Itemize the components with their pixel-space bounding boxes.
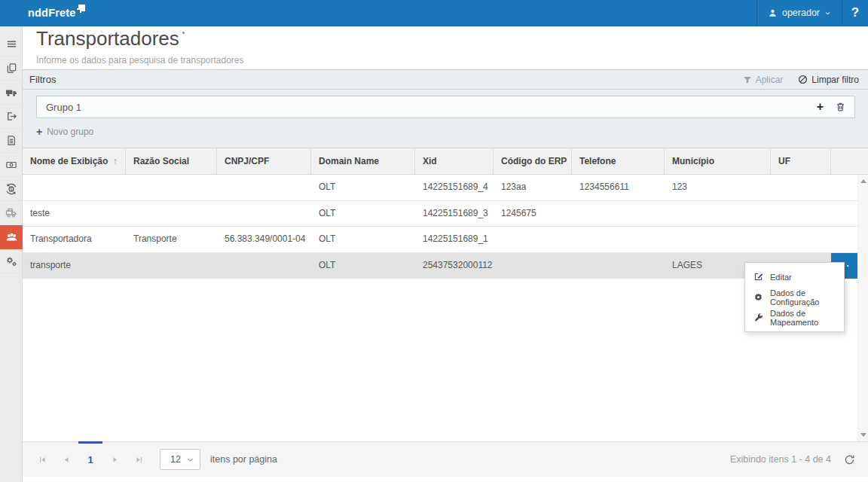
table-row[interactable]: OLT 14225151689_4 123aa 1234556611 123 xyxy=(23,175,857,201)
column-header-uf[interactable]: UF xyxy=(771,148,831,174)
chevron-down-icon xyxy=(824,10,831,17)
topbar: nddFrete operador ? xyxy=(0,0,868,26)
wrench-icon xyxy=(753,313,763,322)
refresh-icon xyxy=(844,454,855,465)
first-page-icon xyxy=(38,456,47,464)
column-header-erp[interactable]: Código do ERP xyxy=(494,148,572,174)
next-page-icon xyxy=(111,456,119,464)
gears-icon xyxy=(5,255,17,267)
sort-asc-icon: ↑ xyxy=(113,156,118,166)
pager-summary: Exibindo itens 1 - 4 de 4 xyxy=(730,454,831,465)
edit-icon xyxy=(753,272,763,282)
next-page-button[interactable] xyxy=(102,456,127,464)
prev-page-icon xyxy=(63,456,71,464)
column-header-telefone[interactable]: Telefone xyxy=(572,148,665,174)
table-row-selected[interactable]: transporte OLT 25437532000112 LAGES ··· xyxy=(23,253,857,279)
items-per-page-label: itens por página xyxy=(210,454,277,465)
table-row[interactable]: Transportadora Transporte 56.383.349/000… xyxy=(23,227,857,253)
context-menu-item-editar[interactable]: Editar xyxy=(745,267,844,287)
grid-header-row: Nome de Exibição ↑ Razão Social CNPJ/CPF… xyxy=(23,148,868,175)
row-context-menu: Editar Dados de Configuração Dados de Ma… xyxy=(744,262,845,332)
pagination-bar: 1 12 itens por página Exibindo itens 1 -… xyxy=(23,441,868,477)
sidebar-item-copy[interactable] xyxy=(0,56,23,81)
column-header-municipio[interactable]: Município xyxy=(665,148,771,174)
gear-icon xyxy=(753,292,763,302)
title-mark xyxy=(182,32,185,34)
add-filter-button[interactable]: + xyxy=(817,101,824,113)
filters-title: Filtros xyxy=(29,74,56,85)
carriers-grid: Nome de Exibição ↑ Razão Social CNPJ/CPF… xyxy=(23,148,868,279)
help-button[interactable]: ? xyxy=(842,0,868,26)
refresh-button[interactable] xyxy=(844,454,855,465)
menu-icon xyxy=(6,38,17,50)
last-page-button[interactable] xyxy=(127,456,151,464)
document-icon xyxy=(6,135,17,146)
delete-group-button[interactable] xyxy=(836,102,845,112)
user-menu-label: operador xyxy=(782,8,820,18)
sidebar-item-banknote[interactable] xyxy=(0,153,23,177)
sidebar: $ xyxy=(0,26,23,482)
column-header-nome[interactable]: Nome de Exibição ↑ xyxy=(23,148,126,174)
sidebar-item-transportadores[interactable] xyxy=(0,225,23,249)
filters-panel: Filtros Aplicar Limpar filtro Grupo 1 + … xyxy=(23,69,868,148)
svg-text:$: $ xyxy=(10,186,13,191)
column-header-actions xyxy=(831,148,857,174)
scroll-down-icon[interactable] xyxy=(860,433,866,437)
column-header-domain[interactable]: Domain Name xyxy=(311,148,415,174)
sidebar-item-document[interactable] xyxy=(0,129,23,153)
column-header-razao[interactable]: Razão Social xyxy=(126,148,217,174)
first-page-button[interactable] xyxy=(30,456,54,464)
table-row[interactable]: teste OLT 14225151689_3 1245675 xyxy=(23,201,857,227)
sidebar-item-settings[interactable] xyxy=(0,249,23,273)
currency-exchange-icon: $ xyxy=(5,183,17,195)
users-icon xyxy=(5,231,18,243)
page-size-dropdown[interactable]: 12 xyxy=(160,449,200,470)
cancel-circle-icon xyxy=(798,75,808,84)
column-header-cnpj[interactable]: CNPJ/CPF xyxy=(217,148,311,174)
export-icon xyxy=(6,111,17,122)
funnel-icon xyxy=(743,75,752,84)
page-title: Transportadores xyxy=(36,27,179,50)
page-header: Transportadores Informe os dados para pe… xyxy=(36,27,244,66)
user-menu[interactable]: operador xyxy=(756,0,842,26)
grid-scrollbar[interactable] xyxy=(857,175,868,441)
last-page-icon xyxy=(135,456,143,464)
sidebar-item-currency-exchange[interactable]: $ xyxy=(0,177,23,201)
brand-logo-icon xyxy=(78,5,85,11)
clear-filter-button[interactable]: Limpar filtro xyxy=(798,75,859,85)
scroll-up-icon[interactable] xyxy=(860,179,866,183)
sidebar-item-truck[interactable] xyxy=(0,81,23,105)
banknote-icon xyxy=(5,160,17,170)
apply-filter-button[interactable]: Aplicar xyxy=(743,75,784,85)
filter-group-name: Grupo 1 xyxy=(46,102,81,113)
current-page-indicator xyxy=(78,441,102,444)
sidebar-item-delivery-truck[interactable] xyxy=(0,201,23,225)
copy-icon xyxy=(6,63,17,74)
prev-page-button[interactable] xyxy=(54,456,78,464)
context-menu-item-dados-mapeamento[interactable]: Dados de Mapeamento xyxy=(745,307,844,328)
chevron-down-icon xyxy=(186,456,194,464)
filter-group-header[interactable]: Grupo 1 + xyxy=(36,96,855,118)
trash-icon xyxy=(836,102,845,112)
truck-icon xyxy=(5,87,17,99)
delivery-truck-icon xyxy=(5,207,17,219)
new-group-button[interactable]: + Novo grupo xyxy=(36,126,93,138)
page-subtitle: Informe os dados para pesquisa de transp… xyxy=(36,55,244,66)
brand-logo: nddFrete xyxy=(28,7,85,19)
user-icon xyxy=(768,8,778,18)
context-menu-item-dados-configuracao[interactable]: Dados de Configuração xyxy=(745,287,844,307)
sidebar-item-menu[interactable] xyxy=(0,32,23,56)
sidebar-item-export[interactable] xyxy=(0,105,23,129)
plus-icon: + xyxy=(36,126,42,138)
page-number[interactable]: 1 xyxy=(78,454,102,465)
column-header-xid[interactable]: Xid xyxy=(415,148,494,174)
